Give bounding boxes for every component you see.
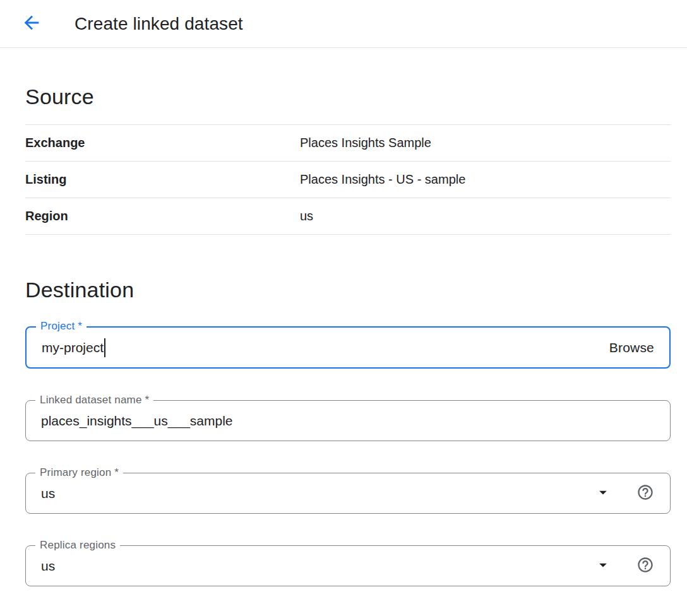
region-value: us — [300, 209, 313, 223]
region-label: Region — [25, 209, 300, 223]
chevron-down-icon — [594, 556, 612, 576]
project-field-label: Project * — [36, 320, 87, 333]
listing-value: Places Insights - US - sample — [300, 172, 465, 187]
source-table: Exchange Places Insights Sample Listing … — [25, 124, 671, 235]
text-cursor — [104, 338, 105, 357]
linked-dataset-name-label: Linked dataset name * — [35, 394, 153, 406]
table-row-exchange: Exchange Places Insights Sample — [25, 125, 671, 162]
destination-heading: Destination — [25, 278, 671, 302]
page-title: Create linked dataset — [75, 14, 243, 34]
linked-dataset-name-field[interactable]: Linked dataset name * places_insights___… — [25, 400, 671, 441]
primary-region-value: us — [41, 486, 55, 501]
project-input-value[interactable]: my-project — [42, 340, 104, 355]
source-heading: Source — [25, 85, 671, 109]
primary-region-dropdown-button[interactable] — [594, 485, 612, 502]
replica-regions-value: us — [41, 559, 55, 574]
chevron-down-icon — [594, 483, 612, 503]
primary-region-select[interactable]: Primary region * us — [25, 473, 671, 514]
table-row-region: Region us — [25, 198, 671, 235]
main-content: Source Exchange Places Insights Sample L… — [0, 85, 687, 616]
listing-label: Listing — [25, 172, 300, 187]
arrow-left-icon — [21, 12, 42, 35]
linked-dataset-name-value[interactable]: places_insights___us___sample — [41, 413, 233, 429]
help-circle-icon — [636, 556, 654, 576]
primary-region-help-button[interactable] — [636, 484, 655, 503]
page-header: Create linked dataset — [0, 0, 687, 48]
create-linked-dataset-page: Create linked dataset Source Exchange Pl… — [0, 0, 687, 616]
table-row-listing: Listing Places Insights - US - sample — [25, 162, 671, 198]
exchange-value: Places Insights Sample — [300, 136, 431, 150]
exchange-label: Exchange — [25, 136, 300, 150]
help-circle-icon — [636, 483, 654, 503]
replica-regions-label: Replica regions — [35, 539, 120, 552]
back-button[interactable] — [18, 10, 45, 38]
replica-regions-dropdown-button[interactable] — [594, 557, 612, 575]
primary-region-label: Primary region * — [35, 466, 123, 479]
replica-regions-help-button[interactable] — [636, 557, 655, 576]
project-field[interactable]: Project * my-project Browse — [25, 326, 671, 369]
browse-button[interactable]: Browse — [609, 340, 654, 355]
replica-regions-select[interactable]: Replica regions us — [25, 545, 671, 586]
